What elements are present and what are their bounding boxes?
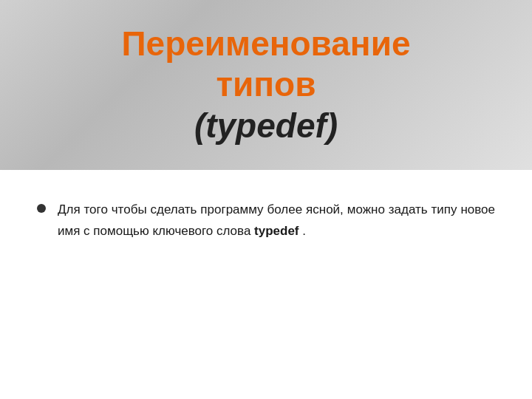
title-line1: Переименование: [122, 24, 411, 63]
title-line2: типов: [216, 65, 316, 103]
close-paren: ): [327, 106, 338, 145]
slide-title: Переименование типов (typedef): [122, 24, 411, 146]
open-paren: (: [194, 106, 205, 145]
bullet-text-1: Для того чтобы сделать программу более я…: [58, 200, 495, 242]
bullet-item-1: Для того чтобы сделать программу более я…: [37, 200, 495, 242]
bullet-dot-1: [37, 204, 46, 213]
header-section: Переименование типов (typedef): [0, 0, 532, 170]
content-section: Для того чтобы сделать программу более я…: [0, 170, 532, 399]
slide: Переименование типов (typedef) Для того …: [0, 0, 532, 399]
title-line3: (typedef): [194, 106, 338, 145]
typedef-keyword: typedef: [205, 106, 327, 145]
